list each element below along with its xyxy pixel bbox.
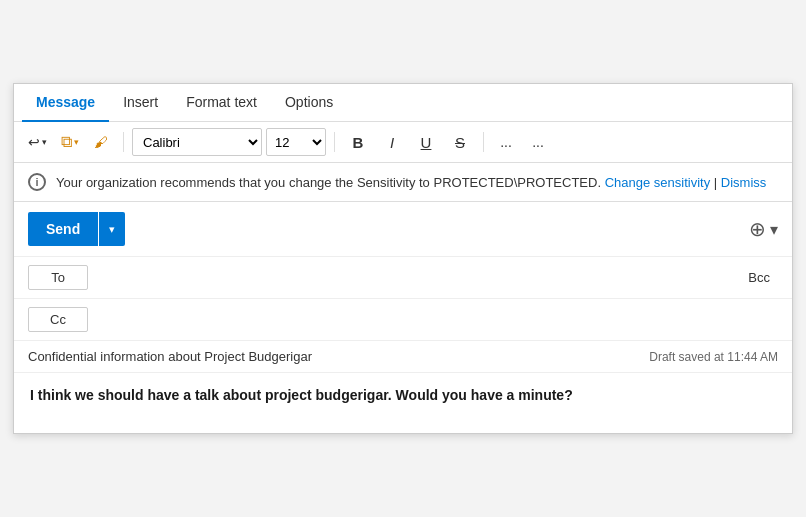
clipboard-button[interactable]: ⧉ ▾	[55, 126, 85, 158]
to-input[interactable]	[88, 266, 740, 289]
tab-options[interactable]: Options	[271, 84, 347, 122]
change-sensitivity-link[interactable]: Change sensitivity	[605, 175, 711, 190]
message-body-text: I think we should have a talk about proj…	[30, 387, 573, 403]
zoom-icon: ⊕	[749, 217, 766, 241]
send-dropdown-arrow: ▾	[109, 223, 115, 236]
to-row: To Bcc	[14, 257, 792, 299]
undo-dropdown-arrow: ▾	[42, 137, 47, 147]
formatting-toolbar: ↩ ▾ ⧉ ▾ 🖌 Calibri 12 B I U S ... .	[14, 122, 792, 163]
send-button[interactable]: Send	[28, 212, 98, 246]
more-options-button-2[interactable]: ...	[524, 126, 552, 158]
separator-3	[483, 132, 484, 152]
cc-row: Cc	[14, 299, 792, 341]
strikethrough-button[interactable]: S	[445, 126, 475, 158]
more-options-button[interactable]: ...	[492, 126, 520, 158]
cc-input[interactable]	[88, 308, 778, 331]
font-family-select[interactable]: Calibri	[132, 128, 262, 156]
compose-area: Send ▾ ⊕ ▾ To Bcc Cc Draft saved at 11:4…	[14, 202, 792, 433]
undo-button[interactable]: ↩ ▾	[22, 126, 53, 158]
send-dropdown-button[interactable]: ▾	[98, 212, 125, 246]
tab-format-text[interactable]: Format text	[172, 84, 271, 122]
send-button-group: Send ▾	[28, 212, 125, 246]
subject-row: Draft saved at 11:44 AM	[14, 341, 792, 373]
italic-button[interactable]: I	[377, 126, 407, 158]
format-painter-button[interactable]: 🖌	[87, 126, 115, 158]
clipboard-icon: ⧉	[61, 133, 72, 151]
zoom-controls[interactable]: ⊕ ▾	[749, 217, 778, 241]
tab-insert[interactable]: Insert	[109, 84, 172, 122]
cc-button[interactable]: Cc	[28, 307, 88, 332]
format-painter-icon: 🖌	[94, 134, 108, 150]
sensitivity-bar: i Your organization recommends that you …	[14, 163, 792, 202]
undo-redo-group: ↩ ▾ ⧉ ▾ 🖌	[22, 126, 115, 158]
underline-button[interactable]: U	[411, 126, 441, 158]
bold-button[interactable]: B	[343, 126, 373, 158]
sensitivity-message: Your organization recommends that you ch…	[56, 175, 778, 190]
dismiss-link[interactable]: Dismiss	[721, 175, 767, 190]
message-body[interactable]: I think we should have a talk about proj…	[14, 373, 792, 433]
zoom-dropdown-arrow: ▾	[770, 220, 778, 239]
info-icon: i	[28, 173, 46, 191]
tab-bar: Message Insert Format text Options	[14, 84, 792, 122]
tab-message[interactable]: Message	[22, 84, 109, 122]
to-button[interactable]: To	[28, 265, 88, 290]
bcc-button[interactable]: Bcc	[740, 266, 778, 289]
sensitivity-pipe: |	[714, 175, 721, 190]
subject-input[interactable]	[28, 349, 637, 364]
draft-saved-text: Draft saved at 11:44 AM	[649, 350, 778, 364]
email-compose-window: Message Insert Format text Options ↩ ▾ ⧉…	[13, 83, 793, 434]
clipboard-dropdown-arrow: ▾	[74, 137, 79, 147]
font-size-select[interactable]: 12	[266, 128, 326, 156]
undo-icon: ↩	[28, 134, 40, 150]
send-row: Send ▾ ⊕ ▾	[14, 202, 792, 257]
separator-2	[334, 132, 335, 152]
sensitivity-text-content: Your organization recommends that you ch…	[56, 175, 601, 190]
separator-1	[123, 132, 124, 152]
